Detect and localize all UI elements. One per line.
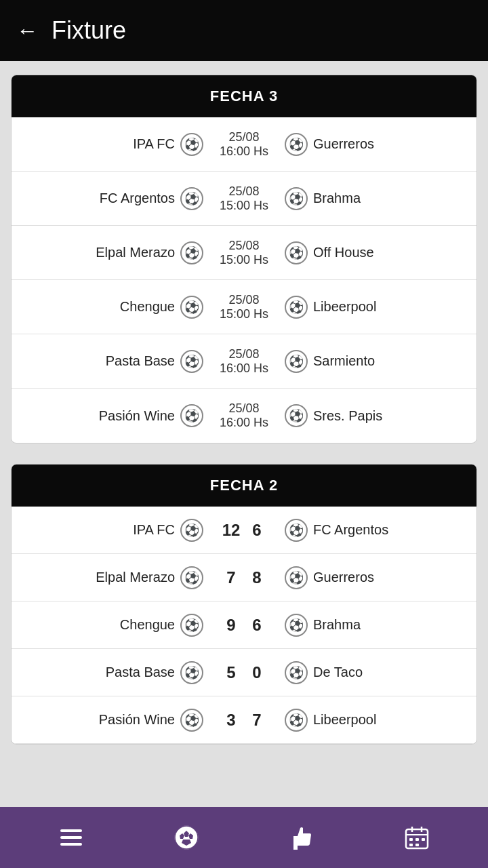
bottom-nav [0, 807, 488, 868]
score-display: 9 6 [203, 616, 285, 635]
home-team: Elpal Merazo [22, 570, 180, 585]
score-home-num: 12 [222, 521, 241, 540]
home-team-icon: ⚽ [180, 661, 203, 684]
home-team-icon: ⚽ [180, 187, 203, 210]
fecha3-label: FECHA 3 [210, 87, 278, 104]
svg-rect-13 [409, 838, 413, 841]
back-button[interactable]: ← [16, 18, 38, 43]
like-icon [288, 824, 315, 851]
away-team: Sarmiento [308, 353, 466, 369]
nav-soccer[interactable] [159, 817, 214, 858]
match-date: 25/08 [228, 401, 259, 416]
away-team: Libeerpool [308, 299, 466, 315]
match-info: 25/08 15:00 Hs [203, 184, 285, 213]
home-team-icon: ⚽ [180, 566, 203, 589]
fecha3-card: FECHA 3 IPA FC ⚽ 25/08 16:00 Hs ⚽ Guerre… [11, 75, 477, 443]
away-team: Off House [308, 245, 466, 260]
home-team-icon: ⚽ [180, 404, 203, 427]
home-team: Elpal Merazo [22, 245, 180, 260]
away-team: Guerreros [308, 136, 466, 152]
score-display: 7 8 [203, 568, 285, 587]
match-time: 16:00 Hs [220, 416, 268, 430]
away-team-icon: ⚽ [285, 404, 308, 427]
home-team: FC Argentos [22, 191, 180, 206]
home-team: Pasta Base [22, 353, 180, 369]
away-team-icon: ⚽ [285, 661, 308, 684]
menu-icon [58, 824, 85, 851]
score-home-num: 5 [222, 663, 241, 682]
match-info: 25/08 16:00 Hs [203, 401, 285, 430]
nav-like[interactable] [274, 817, 329, 858]
score-away-num: 6 [247, 521, 266, 540]
away-team-icon: ⚽ [285, 296, 308, 319]
home-team-icon: ⚽ [180, 133, 203, 156]
score-display: 5 0 [203, 663, 285, 682]
svg-rect-2 [60, 843, 82, 846]
score-display: 3 7 [203, 711, 285, 730]
soccer-icon [173, 824, 200, 851]
match-info: 25/08 16:00 Hs [203, 130, 285, 159]
header: ← Fixture [0, 0, 488, 61]
match-time: 15:00 Hs [220, 199, 268, 213]
score-away-num: 8 [247, 568, 266, 587]
match-date: 25/08 [228, 347, 259, 361]
away-team-icon: ⚽ [285, 614, 308, 637]
page-title: Fixture [52, 16, 126, 45]
match-time: 16:00 Hs [220, 144, 268, 159]
score-row: Elpal Merazo ⚽ 7 8 ⚽ Guerreros [12, 554, 476, 601]
fecha2-card: FECHA 2 IPA FC ⚽ 12 6 ⚽ FC Argentos Elpa… [11, 464, 477, 745]
match-date: 25/08 [228, 184, 259, 199]
match-time: 16:00 Hs [220, 361, 268, 376]
score-home-num: 7 [222, 568, 241, 587]
score-home-num: 9 [222, 616, 241, 635]
home-team-icon: ⚽ [180, 296, 203, 319]
home-team-icon: ⚽ [180, 350, 203, 373]
nav-calendar[interactable] [390, 817, 444, 858]
score-row: Pasión Wine ⚽ 3 7 ⚽ Libeerpool [12, 696, 476, 744]
away-team-icon: ⚽ [285, 187, 308, 210]
home-team: Pasta Base [22, 665, 180, 680]
score-home-num: 3 [222, 711, 241, 730]
fecha2-label: FECHA 2 [210, 477, 278, 494]
home-team: IPA FC [22, 522, 180, 538]
svg-rect-0 [60, 829, 82, 832]
svg-rect-16 [409, 844, 413, 846]
away-team: Brahma [308, 191, 466, 206]
match-date: 25/08 [228, 239, 259, 253]
match-info: 25/08 16:00 Hs [203, 347, 285, 376]
match-row: IPA FC ⚽ 25/08 16:00 Hs ⚽ Guerreros [12, 117, 476, 172]
match-row: Pasión Wine ⚽ 25/08 16:00 Hs ⚽ Sres. Pap… [12, 389, 476, 443]
away-team: Sres. Papis [308, 408, 466, 424]
svg-rect-1 [60, 836, 82, 839]
svg-rect-14 [415, 838, 419, 841]
fecha2-header: FECHA 2 [12, 465, 476, 507]
score-away-num: 0 [247, 663, 266, 682]
home-team-icon: ⚽ [180, 519, 203, 542]
away-team-icon: ⚽ [285, 350, 308, 373]
away-team-icon: ⚽ [285, 241, 308, 264]
match-date: 25/08 [228, 130, 259, 144]
score-row: IPA FC ⚽ 12 6 ⚽ FC Argentos [12, 507, 476, 554]
away-team: Libeerpool [308, 712, 466, 728]
match-row: Chengue ⚽ 25/08 15:00 Hs ⚽ Libeerpool [12, 280, 476, 334]
nav-menu[interactable] [44, 817, 98, 858]
match-time: 15:00 Hs [220, 307, 268, 321]
away-team: De Taco [308, 665, 466, 680]
match-row: Pasta Base ⚽ 25/08 16:00 Hs ⚽ Sarmiento [12, 334, 476, 389]
calendar-icon [403, 824, 430, 851]
match-row: FC Argentos ⚽ 25/08 15:00 Hs ⚽ Brahma [12, 172, 476, 226]
away-team-icon: ⚽ [285, 566, 308, 589]
score-row: Pasta Base ⚽ 5 0 ⚽ De Taco [12, 649, 476, 696]
home-team: Pasión Wine [22, 712, 180, 728]
home-team-icon: ⚽ [180, 614, 203, 637]
home-team: Chengue [22, 299, 180, 315]
away-team-icon: ⚽ [285, 133, 308, 156]
content-area: FECHA 3 IPA FC ⚽ 25/08 16:00 Hs ⚽ Guerre… [0, 61, 488, 833]
score-away-num: 7 [247, 711, 266, 730]
home-team-icon: ⚽ [180, 709, 203, 732]
away-team: Guerreros [308, 570, 466, 585]
home-team-icon: ⚽ [180, 241, 203, 264]
match-time: 15:00 Hs [220, 253, 268, 267]
fecha3-header: FECHA 3 [12, 75, 476, 117]
match-date: 25/08 [228, 293, 259, 307]
